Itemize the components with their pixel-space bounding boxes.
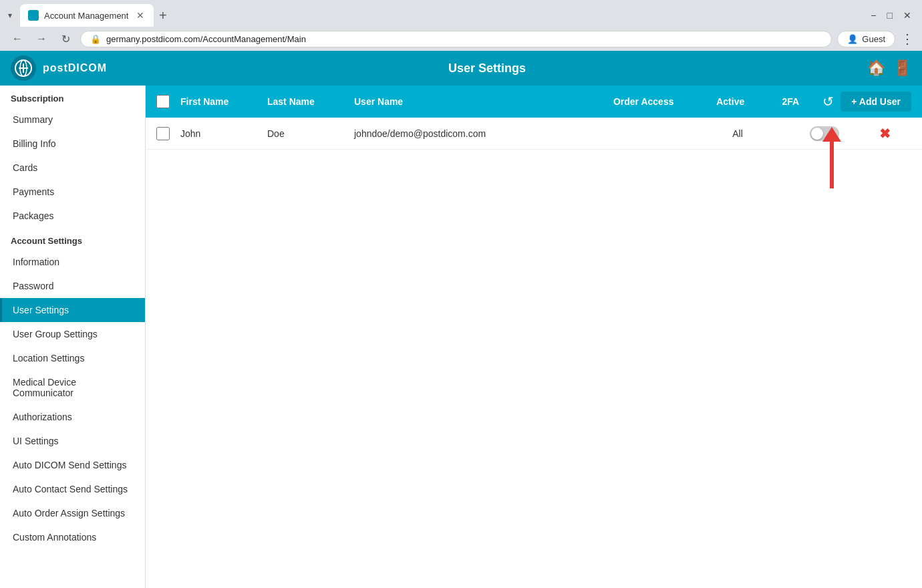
logo-text: postDICOM <box>43 62 107 74</box>
sidebar-item-ui-settings[interactable]: UI Settings <box>0 429 145 453</box>
sidebar-item-custom-annotations[interactable]: Custom Annotations <box>0 525 145 549</box>
tab-close-btn[interactable]: ✕ <box>135 10 146 21</box>
tab-dropdown-btn[interactable]: ▾ <box>5 9 15 21</box>
col-header-orderaccess: Order Access <box>590 96 697 107</box>
sidebar-item-user-settings[interactable]: User Settings <box>0 298 145 322</box>
sidebar-item-information[interactable]: Information <box>0 250 145 274</box>
lock-icon: 🔒 <box>90 34 101 44</box>
guest-label: Guest <box>862 34 885 44</box>
sidebar-item-auto-contact-send[interactable]: Auto Contact Send Settings <box>0 477 145 501</box>
more-options-btn[interactable]: ⋮ <box>901 31 914 47</box>
sidebar-item-summary[interactable]: Summary <box>0 108 145 132</box>
sidebar-item-password[interactable]: Password <box>0 274 145 298</box>
cell-lastname: Doe <box>267 128 354 139</box>
guest-profile-btn[interactable]: 👤 Guest <box>837 31 895 47</box>
profile-icon: 👤 <box>847 34 858 44</box>
logo-area: postDICOM <box>11 55 107 81</box>
sidebar-item-cards[interactable]: Cards <box>0 156 145 180</box>
url-text: germany.postdicom.com/AccountManagement/… <box>106 34 306 44</box>
sidebar-item-user-group-settings[interactable]: User Group Settings <box>0 322 145 346</box>
subscription-section-header: Subscription <box>0 86 145 108</box>
table-toolbar: First Name Last Name User Name Order Acc… <box>146 86 922 118</box>
col-header-active: Active <box>697 96 764 107</box>
cell-active[interactable] <box>791 126 858 141</box>
logo-icon <box>11 55 36 81</box>
maximize-btn[interactable]: □ <box>887 10 893 21</box>
table-row: John Doe johndoe/demo@postdicom.com All … <box>146 118 922 150</box>
sidebar-item-authorizations[interactable]: Authorizations <box>0 405 145 429</box>
minimize-btn[interactable]: − <box>871 10 876 21</box>
close-btn[interactable]: ✕ <box>903 10 911 21</box>
sidebar: Subscription Summary Billing Info Cards … <box>0 86 146 588</box>
sidebar-item-auto-dicom-send[interactable]: Auto DICOM Send Settings <box>0 453 145 477</box>
app-header: postDICOM User Settings 🏠 🚪 <box>0 51 922 86</box>
refresh-nav-btn[interactable]: ↻ <box>56 29 75 48</box>
home-icon[interactable]: 🏠 <box>867 59 885 77</box>
page-title: User Settings <box>107 61 867 76</box>
table-body: John Doe johndoe/demo@postdicom.com All … <box>146 118 922 150</box>
sidebar-item-billing-info[interactable]: Billing Info <box>0 132 145 156</box>
2fa-disabled-icon: ✖ <box>879 126 891 142</box>
active-toggle[interactable] <box>810 126 839 141</box>
sidebar-item-payments[interactable]: Payments <box>0 180 145 204</box>
select-all-checkbox[interactable] <box>156 95 170 108</box>
col-header-2fa: 2FA <box>764 96 817 107</box>
cell-orderaccess: All <box>684 128 791 139</box>
sidebar-item-auto-order-assign[interactable]: Auto Order Assign Settings <box>0 501 145 525</box>
tab-favicon <box>28 10 39 21</box>
sidebar-item-medical-device[interactable]: Medical Device Communicator <box>0 370 145 405</box>
cell-2fa: ✖ <box>858 126 911 142</box>
add-user-button[interactable]: + Add User <box>840 92 911 112</box>
back-btn[interactable]: ← <box>8 29 27 48</box>
col-header-username: User Name <box>354 96 590 107</box>
logout-icon[interactable]: 🚪 <box>893 59 911 77</box>
sidebar-item-location-settings[interactable]: Location Settings <box>0 346 145 370</box>
new-tab-btn[interactable]: + <box>156 8 170 23</box>
account-settings-section-header: Account Settings <box>0 228 145 250</box>
content-area: First Name Last Name User Name Order Acc… <box>146 86 922 588</box>
col-header-firstname: First Name <box>180 96 267 107</box>
cell-username: johndoe/demo@postdicom.com <box>354 128 684 139</box>
forward-btn[interactable]: → <box>32 29 51 48</box>
cell-firstname: John <box>180 128 267 139</box>
col-header-lastname: Last Name <box>267 96 354 107</box>
sidebar-item-packages[interactable]: Packages <box>0 204 145 228</box>
row-checkbox[interactable] <box>156 127 170 140</box>
tab-title: Account Management <box>44 11 130 21</box>
refresh-btn[interactable]: ↺ <box>822 94 834 110</box>
toggle-knob <box>811 128 823 140</box>
